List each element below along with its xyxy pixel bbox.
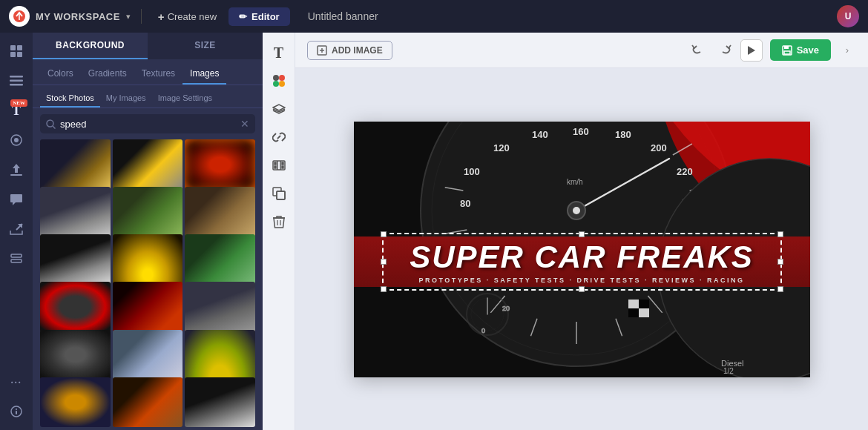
svg-rect-3 xyxy=(10,52,16,57)
image-thumb[interactable] xyxy=(113,139,183,190)
save-button[interactable]: Save xyxy=(770,39,831,61)
subtab-textures[interactable]: Textures xyxy=(134,64,183,85)
image-thumb[interactable] xyxy=(40,377,111,428)
image-thumb[interactable] xyxy=(185,187,255,237)
layers-tool[interactable] xyxy=(266,96,292,122)
subtab-colors[interactable]: Colors xyxy=(40,64,81,85)
svg-rect-25 xyxy=(274,166,276,168)
svg-rect-6 xyxy=(10,80,23,82)
svg-rect-39 xyxy=(784,46,789,49)
left-nav: T NEW xyxy=(0,33,33,430)
workspace-label: MY WORKSPACE xyxy=(36,11,120,22)
panel-collapse-button[interactable]: ‹ xyxy=(260,216,263,246)
svg-rect-30 xyxy=(277,191,285,199)
search-clear-button[interactable]: ✕ xyxy=(240,118,249,130)
create-new-button[interactable]: + Create new xyxy=(152,7,223,26)
svg-text:km/h: km/h xyxy=(567,178,583,186)
nav-info[interactable] xyxy=(4,399,29,424)
svg-point-68 xyxy=(573,207,580,214)
svg-rect-40 xyxy=(784,51,790,54)
editor-button[interactable]: ✏ Editor xyxy=(228,7,290,26)
panel-subsubtabs: Stock Photos My Images Image Settings xyxy=(33,85,263,108)
nav-more[interactable]: ●●● xyxy=(4,369,29,394)
image-thumb[interactable] xyxy=(185,377,255,428)
nav-grid[interactable] xyxy=(4,39,29,64)
tab-background[interactable]: BACKGROUND xyxy=(33,33,148,59)
subsubtab-settings[interactable]: Image Settings xyxy=(152,90,218,108)
nav-upload[interactable] xyxy=(4,157,29,182)
plus-icon: + xyxy=(158,10,165,23)
nav-shapes[interactable] xyxy=(4,128,29,153)
image-thumb[interactable] xyxy=(113,234,183,285)
svg-text:200: 200 xyxy=(651,142,667,153)
image-thumb[interactable] xyxy=(185,139,255,190)
nav-list[interactable] xyxy=(4,68,29,93)
clone-tool[interactable] xyxy=(266,181,292,206)
svg-text:120: 120 xyxy=(493,142,510,153)
banner[interactable]: 80 100 120 140 160 180 200 220 240 km/h xyxy=(354,122,810,377)
nav-text[interactable]: T NEW xyxy=(4,98,29,123)
tab-size[interactable]: SIZE xyxy=(148,33,263,59)
logo[interactable] xyxy=(9,6,30,27)
link-tool[interactable] xyxy=(266,125,292,150)
save-label: Save xyxy=(797,44,819,56)
add-image-label: ADD IMAGE xyxy=(332,45,383,56)
image-thumb[interactable] xyxy=(113,330,183,380)
image-thumb[interactable] xyxy=(113,377,183,428)
text-tool[interactable]: T xyxy=(266,40,292,65)
image-thumb[interactable] xyxy=(185,330,255,380)
subsubtab-stock[interactable]: Stock Photos xyxy=(40,90,100,108)
svg-point-19 xyxy=(279,75,285,81)
image-thumb[interactable] xyxy=(40,330,111,380)
svg-rect-70 xyxy=(639,300,649,308)
more-dots-icon: ●●● xyxy=(10,380,22,384)
image-thumb[interactable] xyxy=(40,282,111,332)
svg-text:140: 140 xyxy=(532,129,548,140)
main-layout: T NEW xyxy=(0,33,868,430)
subsubtab-myimages[interactable]: My Images xyxy=(100,90,152,108)
banner-red-band: SUPER CAR FREAKS PROTOTYPES · SAFETY TES… xyxy=(354,236,810,287)
add-image-button[interactable]: ADD IMAGE xyxy=(307,41,392,60)
canvas-toolbar: ADD IMAGE xyxy=(295,33,868,68)
svg-rect-4 xyxy=(17,52,22,57)
nav-layers[interactable] xyxy=(4,246,29,271)
banner-subtitle: PROTOTYPES · SAFETY TESTS · DRIVE TESTS … xyxy=(418,277,744,284)
svg-rect-12 xyxy=(11,259,22,262)
image-thumb[interactable] xyxy=(40,187,111,237)
undo-button[interactable] xyxy=(687,39,709,62)
image-thumb[interactable] xyxy=(113,187,183,237)
svg-rect-7 xyxy=(10,84,23,86)
right-collapse-button[interactable]: › xyxy=(838,33,856,67)
image-thumb[interactable] xyxy=(113,282,183,332)
subtab-gradients[interactable]: Gradients xyxy=(81,64,134,85)
image-thumb[interactable] xyxy=(40,139,111,190)
film-tool[interactable] xyxy=(266,153,292,178)
image-thumb[interactable] xyxy=(40,234,111,285)
document-title[interactable]: Untitled banner xyxy=(308,10,831,22)
avatar[interactable]: U xyxy=(837,5,859,27)
delete-tool[interactable] xyxy=(266,209,292,234)
topbar: MY WORKSPACE ▾ + Create new ✏ Editor Unt… xyxy=(0,0,868,33)
panel-main-tabs: BACKGROUND SIZE xyxy=(33,33,263,59)
svg-point-21 xyxy=(279,81,285,87)
svg-rect-5 xyxy=(10,76,23,78)
redo-button[interactable] xyxy=(714,39,736,62)
svg-text:100: 100 xyxy=(464,166,480,177)
workspace-chevron-icon[interactable]: ▾ xyxy=(126,12,131,22)
canvas-main[interactable]: 80 100 120 140 160 180 200 220 240 km/h xyxy=(295,68,868,430)
canvas-area: ADD IMAGE xyxy=(295,33,868,430)
svg-line-17 xyxy=(53,126,56,129)
pencil-icon: ✏ xyxy=(239,11,247,22)
image-thumb[interactable] xyxy=(185,234,255,285)
nav-comments[interactable] xyxy=(4,187,29,212)
paint-tool[interactable] xyxy=(266,68,292,93)
svg-text:80: 80 xyxy=(460,198,470,209)
play-button[interactable] xyxy=(740,39,763,62)
play-icon xyxy=(747,45,756,56)
subtab-images[interactable]: Images xyxy=(183,64,226,85)
topbar-divider xyxy=(141,9,142,24)
search-box: ✕ xyxy=(40,114,255,133)
nav-export[interactable] xyxy=(4,216,29,242)
search-input[interactable] xyxy=(60,119,236,130)
image-thumb[interactable] xyxy=(185,282,255,332)
